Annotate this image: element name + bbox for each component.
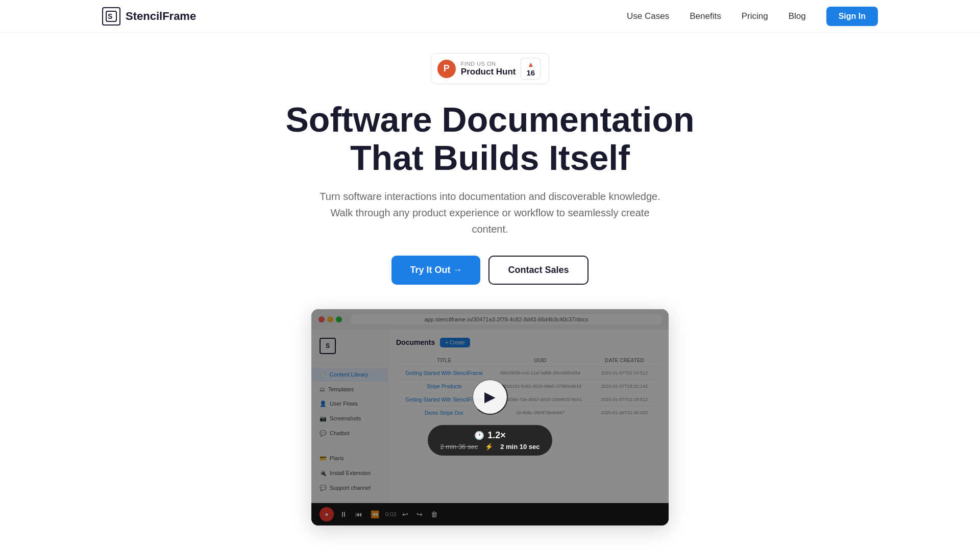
hero-cta-buttons: Try It Out → Contact Sales: [391, 256, 588, 285]
original-time: 2 min 36 sec: [440, 443, 478, 450]
try-it-out-button[interactable]: Try It Out →: [391, 256, 480, 285]
product-hunt-name: Product Hunt: [461, 67, 516, 77]
nav-benefits[interactable]: Benefits: [690, 11, 721, 21]
logo[interactable]: S StencilFrame: [102, 7, 196, 26]
product-hunt-text: FIND US ON Product Hunt: [461, 61, 516, 77]
nav-pricing[interactable]: Pricing: [742, 11, 768, 21]
hero-subtitle: Turn software interactions into document…: [311, 188, 669, 237]
product-hunt-find-label: FIND US ON: [461, 61, 496, 67]
product-hunt-badge[interactable]: P FIND US ON Product Hunt ▲ 16: [431, 53, 549, 84]
speed-value: 1.2×: [487, 430, 506, 441]
new-time: 2 min 10 sec: [500, 443, 540, 450]
vote-count: 16: [526, 68, 535, 77]
sign-in-button[interactable]: Sign In: [826, 7, 878, 26]
clock-icon: 🕐: [474, 431, 484, 440]
contact-sales-button[interactable]: Contact Sales: [488, 256, 588, 285]
hero-title: Software Documentation That Builds Itsel…: [260, 101, 720, 177]
speed-badge: 🕐 1.2× 2 min 36 sec ⚡ 2 min 10 sec: [428, 425, 552, 456]
svg-text:S: S: [108, 12, 112, 20]
upvote-arrow-icon: ▲: [527, 60, 534, 68]
lightning-icon: ⚡: [485, 443, 493, 450]
hero-section: P FIND US ON Product Hunt ▲ 16 Software …: [0, 33, 980, 551]
nav-links: Use Cases Benefits Pricing Blog Sign In: [627, 7, 878, 26]
logo-icon: S: [102, 7, 120, 26]
video-preview-container: app.stencilframe.io/30471a3-2f78-4c82-8d…: [311, 309, 669, 525]
play-button[interactable]: ▶: [472, 379, 508, 415]
video-overlay: ▶ 🕐 1.2× 2 min 36 sec ⚡ 2 min 10 sec: [311, 309, 669, 525]
nav-blog[interactable]: Blog: [789, 11, 806, 21]
product-hunt-logo-icon: P: [437, 60, 456, 78]
speed-indicator: 🕐 1.2×: [474, 430, 506, 441]
nav-use-cases[interactable]: Use Cases: [627, 11, 669, 21]
navbar: S StencilFrame Use Cases Benefits Pricin…: [0, 0, 980, 33]
brand-name: StencilFrame: [126, 10, 196, 23]
time-comparison: 2 min 36 sec ⚡ 2 min 10 sec: [440, 443, 540, 450]
product-hunt-votes: ▲ 16: [521, 58, 541, 80]
